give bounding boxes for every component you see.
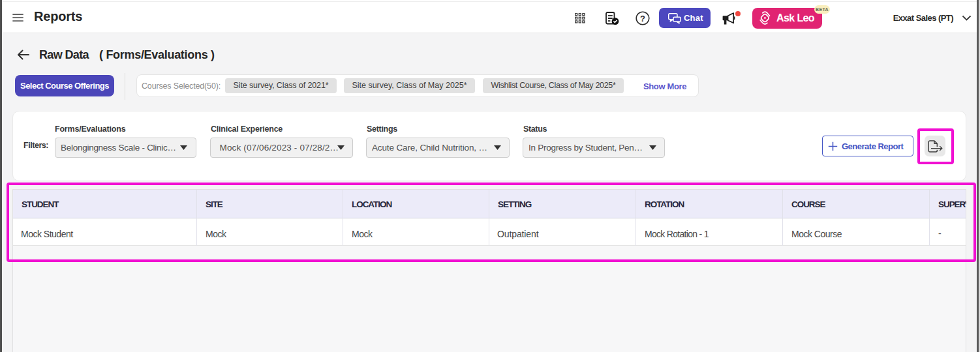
svg-text:?: ? [640,14,645,23]
